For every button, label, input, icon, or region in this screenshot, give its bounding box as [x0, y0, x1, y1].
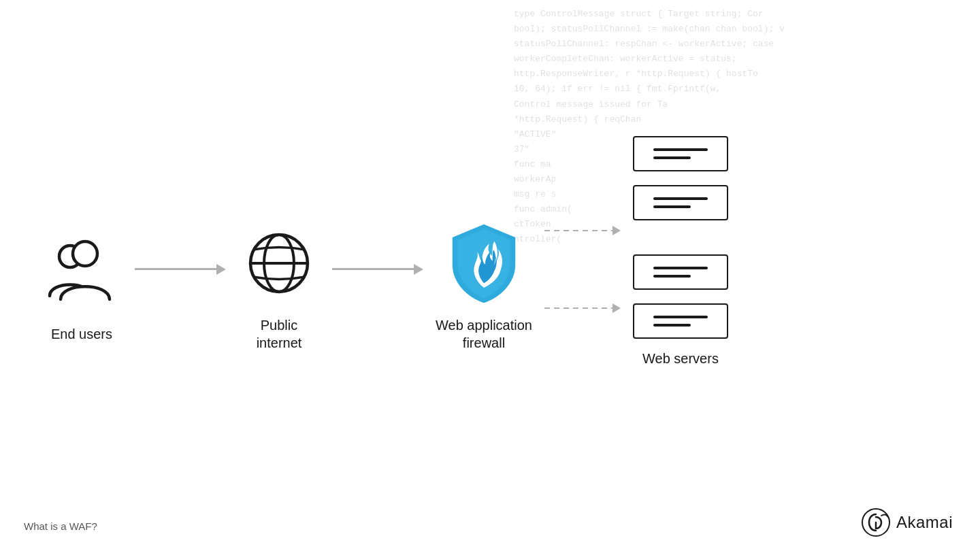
- arrow-internet-to-waf: [320, 264, 436, 275]
- server-box-1: [633, 136, 728, 171]
- server-lines-3: [653, 267, 708, 278]
- arrow-users-to-internet: [122, 264, 238, 275]
- end-users-node: End users: [41, 231, 122, 343]
- public-internet-label: Public internet: [257, 316, 302, 352]
- bottom-label: What is a WAF?: [24, 520, 97, 532]
- servers-stack: [633, 136, 728, 339]
- server-line-4b: [653, 324, 691, 327]
- end-users-icon: [41, 231, 122, 313]
- server-line-1b: [653, 156, 691, 159]
- solid-arrow-1: [135, 264, 226, 275]
- server-box-4: [633, 303, 728, 339]
- server-line-3a: [653, 267, 708, 269]
- waf-label: Web application firewall: [436, 316, 532, 352]
- dashed-line-bottom: [544, 307, 612, 309]
- server-box-3: [633, 254, 728, 290]
- waf-node: Web application firewall: [436, 222, 532, 352]
- solid-arrow-2: [332, 264, 423, 275]
- server-lines-2: [653, 197, 708, 208]
- end-users-label: End users: [51, 325, 112, 343]
- arrow-line-2: [332, 268, 414, 270]
- server-lines-4: [653, 316, 708, 327]
- dashed-head-bottom: [612, 303, 621, 313]
- waf-shield-svg: [443, 219, 525, 307]
- dashed-line-top: [544, 230, 612, 231]
- server-line-3b: [653, 275, 691, 278]
- akamai-logo-icon: [861, 507, 891, 537]
- users-svg: [44, 235, 119, 310]
- svg-point-1: [73, 241, 97, 266]
- web-servers-group: Web servers: [633, 136, 728, 367]
- public-internet-node: Public internet: [238, 222, 320, 352]
- dashed-arrows-group: [532, 226, 633, 313]
- arrow-head-1: [216, 264, 226, 275]
- server-lines-1: [653, 148, 708, 159]
- arrow-head-2: [414, 264, 423, 275]
- server-line-2b: [653, 205, 691, 208]
- waf-icon: [443, 222, 525, 304]
- waf-to-servers-section: Web servers: [532, 136, 728, 402]
- server-line-1a: [653, 148, 708, 151]
- globe-icon: [238, 222, 320, 304]
- server-line-2a: [653, 197, 708, 200]
- server-box-2: [633, 185, 728, 220]
- dashed-arrow-top: [544, 226, 621, 235]
- diagram-container: End users Public internet: [41, 136, 728, 437]
- akamai-brand-name: Akamai: [896, 513, 953, 532]
- web-servers-label: Web servers: [642, 351, 719, 367]
- dashed-arrow-bottom: [544, 303, 621, 313]
- arrow-line-1: [135, 268, 216, 270]
- server-line-4a: [653, 316, 708, 318]
- globe-svg: [242, 226, 316, 301]
- akamai-logo: Akamai: [861, 507, 953, 537]
- servers-gap: [633, 234, 728, 241]
- dashed-head-top: [612, 226, 621, 235]
